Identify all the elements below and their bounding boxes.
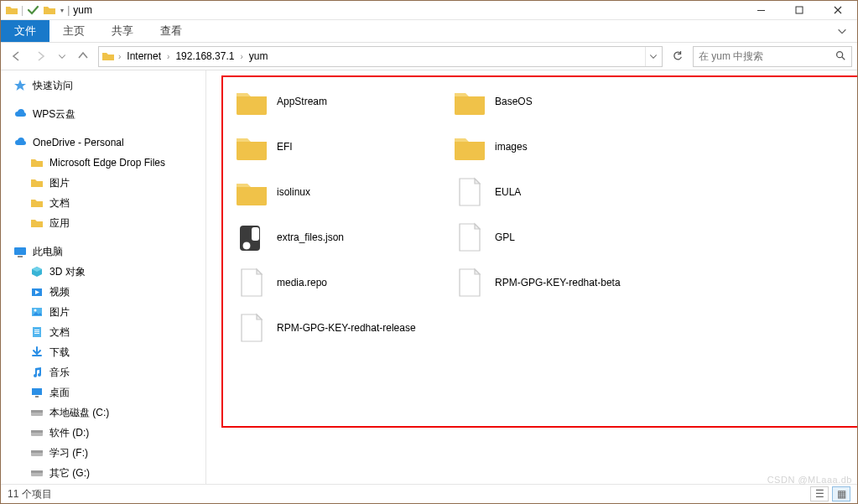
pc-blue-icon (13, 244, 28, 259)
qat-dropdown-icon[interactable]: ▾ (60, 7, 64, 14)
tree-item[interactable]: OneDrive - Personal (1, 132, 205, 153)
file-item[interactable]: BaseOS (451, 82, 669, 121)
tree-item[interactable]: Microsoft Edge Drop Files (1, 153, 205, 173)
file-item[interactable]: EULA (451, 173, 669, 211)
file-item[interactable]: AppStream (233, 82, 451, 121)
nav-bar: › Internet › 192.168.37.1 › yum 在 yum 中搜… (1, 43, 857, 70)
folder-icon (235, 85, 268, 118)
view-icons-button[interactable]: ▦ (832, 486, 850, 501)
window-controls (741, 1, 857, 19)
tree-item[interactable]: 其它 (G:) (1, 463, 205, 483)
qat-overflow-icon[interactable] (42, 3, 57, 18)
tree-item-label: OneDrive - Personal (33, 137, 124, 148)
ribbon-expand-icon[interactable] (827, 20, 857, 42)
tree-item-label: 应用 (49, 216, 70, 231)
tab-home[interactable]: 主页 (49, 20, 98, 42)
file-name: isolinux (277, 186, 310, 198)
file-name: extra_files.json (277, 231, 344, 243)
tree-item-label: 软件 (D:) (49, 426, 89, 440)
recent-locations-button[interactable] (56, 46, 68, 66)
maximize-button[interactable] (780, 1, 819, 19)
file-item[interactable]: images (451, 127, 669, 166)
breadcrumb-sep-icon[interactable]: › (164, 52, 172, 61)
tree-item[interactable]: 此电脑 (1, 242, 205, 262)
file-name: images (495, 141, 528, 153)
file-icon (235, 311, 268, 345)
forward-button[interactable] (31, 46, 51, 66)
qat-check-icon[interactable] (25, 3, 40, 18)
ribbon-tabs: 文件 主页 共享 查看 (1, 20, 857, 43)
tree-item[interactable]: 本地磁盘 (C:) (1, 403, 205, 423)
nav-tree[interactable]: 快速访问WPS云盘OneDrive - PersonalMicrosoft Ed… (1, 70, 206, 484)
refresh-button[interactable] (668, 46, 688, 66)
window-title: yum (73, 4, 92, 16)
drive-icon (29, 405, 44, 420)
close-button[interactable] (819, 1, 857, 19)
file-item[interactable]: EFI (233, 127, 451, 166)
folder-icon (453, 85, 486, 118)
tree-item[interactable]: 文档 (1, 193, 205, 213)
file-item[interactable]: extra_files.json (233, 218, 451, 257)
tab-file[interactable]: 文件 (1, 20, 49, 42)
tree-item-label: 文档 (49, 325, 70, 340)
tab-share[interactable]: 共享 (98, 20, 147, 42)
file-icon (453, 221, 486, 254)
star-blue-icon (13, 78, 28, 93)
docs-icon (29, 325, 44, 340)
title-separator: | (67, 4, 70, 16)
content-area[interactable]: AppStreamBaseOSEFIimagesisolinuxEULAextr… (206, 70, 857, 484)
file-item[interactable]: GPL (451, 218, 669, 257)
file-name: RPM-GPG-KEY-redhat-release (277, 322, 416, 334)
pictures-icon (29, 304, 44, 320)
tree-item[interactable]: 下载 (1, 342, 205, 362)
tree-item[interactable]: 图片 (1, 302, 205, 322)
breadcrumb-0[interactable]: Internet (123, 50, 164, 62)
tree-item-label: 快速访问 (33, 79, 73, 93)
status-bar: 11 个项目 ☰ ▦ (1, 484, 857, 503)
tree-item[interactable]: 3D 对象 (1, 262, 205, 282)
quick-access-toolbar: | ▾ (1, 3, 64, 18)
file-item[interactable]: RPM-GPG-KEY-redhat-beta (451, 263, 669, 302)
folder-yellow-icon (29, 155, 44, 170)
tree-item[interactable]: WPS云盘 (1, 104, 205, 124)
breadcrumb-sep-icon[interactable]: › (116, 52, 123, 61)
qat-folder-icon[interactable] (4, 3, 19, 18)
tree-item-label: 下载 (49, 346, 70, 360)
view-details-button[interactable]: ☰ (810, 486, 829, 501)
tree-item-label: 桌面 (49, 386, 70, 400)
tree-item[interactable]: 应用 (1, 213, 205, 233)
body-split: 快速访问WPS云盘OneDrive - PersonalMicrosoft Ed… (1, 70, 857, 484)
file-name: BaseOS (495, 96, 533, 107)
file-name: media.repo (277, 277, 327, 288)
tree-item[interactable]: 视频 (1, 282, 205, 302)
tree-item[interactable]: 桌面 (1, 382, 205, 403)
tree-item[interactable]: 音乐 (1, 362, 205, 382)
tree-item[interactable]: 学习 (F:) (1, 443, 205, 463)
address-bar[interactable]: › Internet › 192.168.37.1 › yum (98, 46, 663, 67)
breadcrumb-sep-icon[interactable]: › (237, 52, 245, 61)
desktop-icon (29, 385, 44, 400)
search-input[interactable]: 在 yum 中搜索 (693, 46, 852, 67)
file-item[interactable]: media.repo (233, 263, 451, 302)
search-icon[interactable] (835, 49, 846, 64)
tree-item[interactable]: 软件 (D:) (1, 423, 205, 443)
tree-item-label: 音乐 (49, 366, 70, 380)
file-name: EFI (277, 141, 293, 153)
folder-icon (453, 130, 486, 164)
back-button[interactable] (6, 46, 26, 66)
breadcrumb-1[interactable]: 192.168.37.1 (172, 50, 237, 62)
minimize-button[interactable] (741, 1, 780, 19)
up-button[interactable] (73, 46, 93, 66)
status-item-count: 11 个项目 (8, 487, 52, 501)
tree-item-label: 本地磁盘 (C:) (49, 406, 109, 420)
breadcrumb-2[interactable]: yum (246, 50, 272, 62)
tree-item[interactable]: 图片 (1, 173, 205, 193)
file-item[interactable]: isolinux (233, 173, 451, 211)
folder-yellow-icon (29, 175, 44, 190)
address-dropdown-icon[interactable] (645, 47, 660, 66)
tree-item[interactable]: 文档 (1, 322, 205, 342)
file-item[interactable]: RPM-GPG-KEY-redhat-release (233, 309, 451, 347)
file-icon (453, 266, 486, 299)
tab-view[interactable]: 查看 (147, 20, 195, 42)
tree-item[interactable]: 快速访问 (1, 75, 205, 96)
